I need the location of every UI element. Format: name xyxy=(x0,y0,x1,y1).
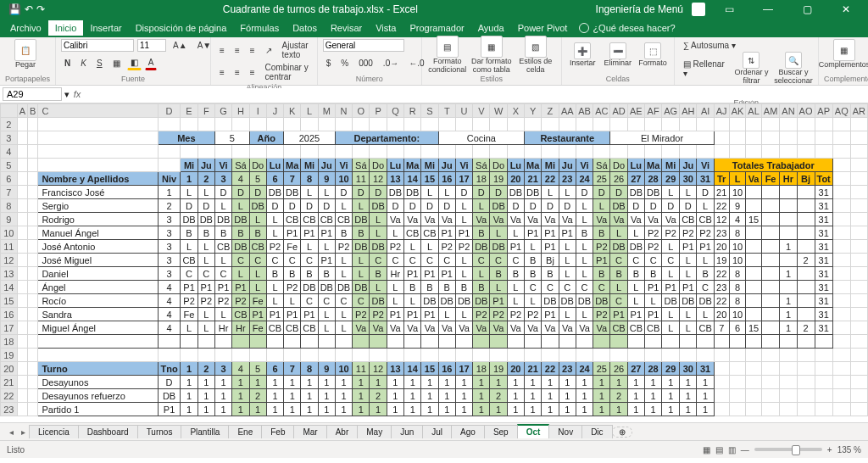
cell[interactable]: 1 xyxy=(438,389,455,403)
cell[interactable]: 2 xyxy=(490,389,507,403)
cell[interactable]: DB xyxy=(353,240,370,254)
cell[interactable]: P1 xyxy=(680,240,697,254)
col-header[interactable]: W xyxy=(490,104,507,118)
cell[interactable] xyxy=(38,145,158,159)
cell[interactable]: 4 xyxy=(158,308,181,321)
cell[interactable]: Va xyxy=(610,213,627,226)
col-header[interactable]: AR xyxy=(850,104,867,118)
ribbon-tab-power-pivot[interactable]: Power Pivot xyxy=(511,20,575,36)
cell[interactable]: P2 xyxy=(370,308,387,321)
row-header[interactable]: 23 xyxy=(1,403,18,416)
cell[interactable] xyxy=(850,226,867,240)
ribbon-tab-disposición-de-página[interactable]: Disposición de página xyxy=(129,20,234,36)
cell[interactable] xyxy=(797,308,815,321)
cell[interactable]: DB xyxy=(576,294,593,308)
cell[interactable]: Do xyxy=(610,159,627,172)
cell[interactable] xyxy=(761,145,780,159)
align-middle-icon[interactable]: ≡ xyxy=(231,44,243,57)
cell[interactable]: Va xyxy=(593,321,610,335)
cell[interactable] xyxy=(761,294,780,308)
cell[interactable]: 3 xyxy=(214,362,231,376)
cell[interactable]: 1 xyxy=(542,376,559,389)
cell[interactable] xyxy=(249,349,266,362)
cell[interactable] xyxy=(198,335,214,349)
cell[interactable]: 27 xyxy=(627,172,644,186)
cell[interactable] xyxy=(761,240,780,254)
cell[interactable] xyxy=(593,335,610,349)
col-header[interactable]: AL xyxy=(746,104,761,118)
cell[interactable]: DB xyxy=(421,294,438,308)
sheet-tab-jul[interactable]: Jul xyxy=(422,425,452,438)
cell[interactable]: P1 xyxy=(214,281,231,294)
cell[interactable]: DB xyxy=(249,199,266,213)
cell[interactable] xyxy=(525,335,542,349)
cell[interactable] xyxy=(797,376,815,389)
cell[interactable]: 5 xyxy=(249,172,266,186)
cell[interactable]: L xyxy=(214,199,231,213)
cell[interactable]: DB xyxy=(214,213,231,226)
cell[interactable]: 23 xyxy=(714,281,729,294)
cell[interactable]: 14 xyxy=(404,362,421,376)
cell[interactable]: D xyxy=(542,199,559,213)
cell[interactable]: 21 xyxy=(525,362,542,376)
cell[interactable]: L xyxy=(455,254,472,267)
cell[interactable] xyxy=(714,349,729,362)
cell[interactable]: 1 xyxy=(525,403,542,416)
cell[interactable]: DB xyxy=(370,199,387,213)
cell[interactable] xyxy=(284,335,301,349)
cell[interactable]: 1 xyxy=(370,376,387,389)
cell[interactable]: P2 xyxy=(473,308,490,321)
cell[interactable] xyxy=(17,118,27,131)
sheet-tab-bar[interactable]: ◂ ▸ LicenciaDashboardTurnosPlantillaEneF… xyxy=(0,422,868,440)
cell[interactable]: C xyxy=(662,254,680,267)
tab-nav-prev-icon[interactable]: ◂ xyxy=(5,427,17,437)
cell[interactable]: C xyxy=(214,267,231,281)
cell[interactable]: 2 xyxy=(249,389,266,403)
cell[interactable]: 1 xyxy=(387,389,403,403)
cell[interactable]: L xyxy=(421,186,438,199)
cell[interactable]: L xyxy=(335,199,352,213)
cell[interactable]: Vi xyxy=(576,159,593,172)
cell[interactable]: P2 xyxy=(284,281,301,294)
cell[interactable] xyxy=(17,267,27,281)
cell[interactable]: Mes xyxy=(158,131,214,145)
cell[interactable]: 1 xyxy=(455,376,472,389)
cell[interactable]: 1 xyxy=(214,389,231,403)
cell[interactable] xyxy=(28,281,38,294)
col-header[interactable]: T xyxy=(438,104,455,118)
cell[interactable]: B xyxy=(542,267,559,281)
row-header[interactable]: 14 xyxy=(1,281,18,294)
cell[interactable]: Fe xyxy=(249,294,266,308)
cell[interactable] xyxy=(17,362,27,376)
cell[interactable]: 7 xyxy=(284,362,301,376)
cell[interactable] xyxy=(559,118,576,131)
sheet-tab-feb[interactable]: Feb xyxy=(261,425,294,438)
cell[interactable]: Do xyxy=(370,159,387,172)
cell[interactable]: Nombre y Apellidos xyxy=(38,172,158,186)
cell[interactable]: 2025 xyxy=(284,131,336,145)
cell[interactable] xyxy=(353,145,370,159)
cell[interactable]: D xyxy=(490,186,507,199)
cell[interactable]: 22 xyxy=(714,199,729,213)
cell[interactable] xyxy=(850,267,867,281)
row-header[interactable]: 16 xyxy=(1,308,18,321)
cell[interactable] xyxy=(28,308,38,321)
cell[interactable] xyxy=(797,145,815,159)
cell[interactable]: L xyxy=(353,267,370,281)
maximize-icon[interactable]: ▢ xyxy=(792,3,822,15)
cell[interactable]: L xyxy=(697,199,714,213)
cell[interactable] xyxy=(593,145,610,159)
cell[interactable]: L xyxy=(318,321,335,335)
cell[interactable]: 2 xyxy=(797,254,815,267)
cell[interactable] xyxy=(28,376,38,389)
cell[interactable] xyxy=(797,294,815,308)
cell[interactable] xyxy=(714,362,729,376)
cell[interactable]: P2 xyxy=(335,240,352,254)
cell[interactable]: Año xyxy=(249,131,284,145)
cell[interactable]: D xyxy=(198,199,214,213)
cell[interactable]: 1 xyxy=(455,389,472,403)
cell-styles-button[interactable]: ▧Estilos de celda xyxy=(515,36,556,75)
cell[interactable]: 1 xyxy=(559,403,576,416)
cell[interactable]: 12 xyxy=(714,213,729,226)
cell[interactable]: DB xyxy=(455,294,472,308)
